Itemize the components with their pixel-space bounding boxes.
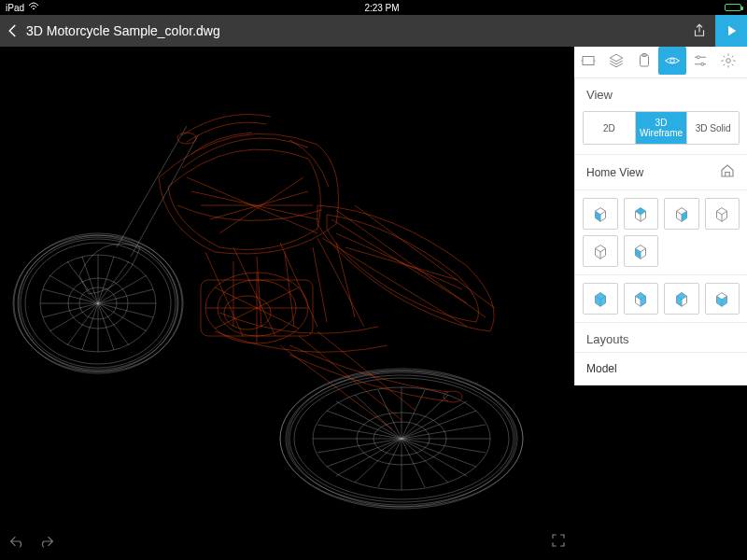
- mode-2d-button[interactable]: 2D: [584, 112, 635, 144]
- cube-view-front[interactable]: [583, 198, 618, 230]
- view-button[interactable]: [658, 47, 686, 75]
- cube-views-grid: [575, 190, 747, 274]
- iso-view-nw[interactable]: [705, 283, 740, 315]
- svg-line-59: [257, 257, 261, 327]
- mode-3d-solid-button[interactable]: 3D Solid: [686, 112, 739, 144]
- app-header: 3D Motorcycle Sample_color.dwg: [0, 15, 747, 47]
- model-viewport[interactable]: [0, 47, 574, 560]
- fit-view-button[interactable]: [574, 47, 602, 75]
- svg-line-57: [345, 247, 458, 280]
- iso-views-grid: [575, 274, 747, 322]
- svg-point-69: [726, 59, 731, 63]
- mode-3d-wireframe-button[interactable]: 3D Wireframe: [635, 112, 687, 144]
- wifi-icon: [28, 2, 39, 13]
- device-label: iPad: [6, 3, 24, 13]
- view-mode-segmented: 2D 3D Wireframe 3D Solid: [583, 111, 740, 145]
- play-button[interactable]: [715, 15, 747, 47]
- clipboard-button[interactable]: [630, 47, 658, 75]
- iso-view-se[interactable]: [624, 283, 659, 315]
- cube-view-left[interactable]: [624, 235, 659, 267]
- svg-line-61: [313, 247, 327, 322]
- layouts-section-title: Layouts: [575, 322, 747, 352]
- iso-view-sw[interactable]: [583, 283, 618, 315]
- layout-item-model[interactable]: Model: [575, 352, 747, 385]
- battery-icon: [725, 4, 741, 11]
- svg-rect-63: [583, 57, 594, 65]
- cube-view-none-b[interactable]: [583, 235, 618, 267]
- tool-strip: [574, 47, 747, 78]
- svg-point-66: [670, 59, 675, 63]
- redo-button[interactable]: [37, 534, 56, 553]
- layers-button[interactable]: [602, 47, 630, 75]
- view-section-title: View: [575, 78, 747, 107]
- cube-view-right[interactable]: [664, 198, 699, 230]
- cube-view-none-a[interactable]: [705, 198, 740, 230]
- wireframe-render: [0, 47, 574, 560]
- home-icon: [719, 162, 736, 182]
- clock: 2:23 PM: [39, 3, 725, 13]
- home-view-label: Home View: [586, 166, 719, 179]
- fullscreen-button[interactable]: [550, 532, 567, 553]
- undo-button[interactable]: [7, 534, 26, 553]
- cube-view-top[interactable]: [624, 198, 659, 230]
- back-button[interactable]: [0, 22, 26, 39]
- ios-status-bar: iPad 2:23 PM: [0, 0, 747, 15]
- svg-point-67: [697, 56, 699, 59]
- document-title: 3D Motorcycle Sample_color.dwg: [26, 23, 220, 38]
- settings-button[interactable]: [714, 47, 742, 75]
- svg-line-56: [336, 233, 462, 289]
- svg-point-68: [701, 63, 704, 65]
- adjust-button[interactable]: [686, 47, 714, 75]
- home-view-row[interactable]: Home View: [575, 154, 747, 190]
- view-panel: View 2D 3D Wireframe 3D Solid Home View: [574, 78, 747, 385]
- iso-view-ne[interactable]: [664, 283, 699, 315]
- share-button[interactable]: [684, 15, 715, 47]
